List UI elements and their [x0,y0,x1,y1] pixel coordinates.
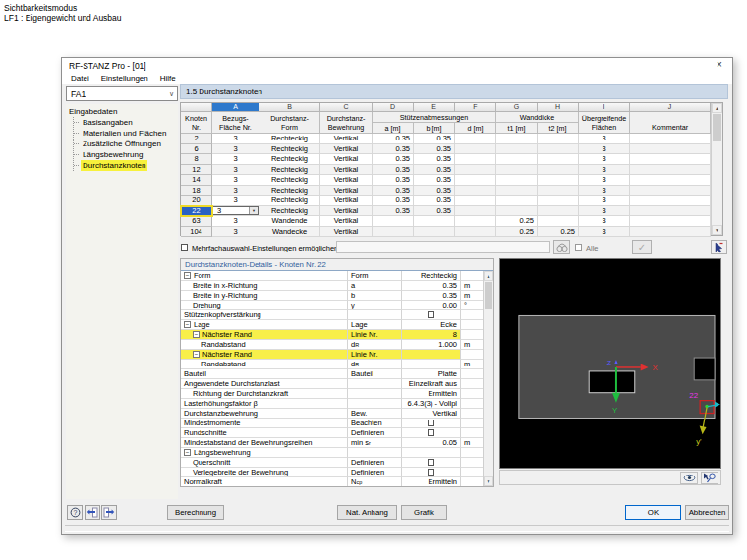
cell-uebergreifende[interactable]: 3 [579,206,630,217]
cell-b[interactable]: 0.35 [414,206,455,217]
checkbox[interactable] [428,429,434,436]
cell-t2[interactable] [538,186,579,196]
details-value[interactable] [402,468,461,477]
row-number-cell[interactable]: 104 [181,227,212,238]
table-scrollbar[interactable]: ▲ ▼ [711,103,722,235]
flaeche-combo[interactable]: 3▼ [212,206,259,216]
cell-form[interactable]: Rechteckig [259,206,320,217]
details-value[interactable]: 0.35 [402,281,461,291]
details-row[interactable]: −Längsbewehrung [181,448,485,458]
case-selector[interactable]: FA1 ∨ [66,86,178,101]
details-row[interactable]: Breite in x-Richtunga0.35m [181,281,485,291]
cell-bewehrung[interactable]: Vertikal [320,134,373,144]
cell-t1[interactable] [496,134,538,144]
cell-d[interactable] [455,206,496,217]
cell-bewehrung[interactable]: Vertikal [320,206,373,217]
cell-d[interactable] [455,134,496,144]
cell-t2[interactable] [538,175,579,186]
details-row[interactable]: Breite in y-Richtungb0.35m [181,291,485,301]
details-row[interactable]: MindestmomenteBeachten [181,419,485,428]
cell-d[interactable] [455,216,496,227]
cell-bezugsflaeche[interactable]: 3 [212,144,259,155]
cell-form[interactable]: Rechteckig [259,175,320,186]
cell-a[interactable]: 0.35 [373,206,414,217]
collapse-icon[interactable]: − [184,449,191,456]
details-scrollbar[interactable]: ▲ ▼ [483,271,493,486]
next-table-button[interactable] [101,505,117,520]
details-value[interactable] [402,310,461,320]
cell-bezugsflaeche[interactable]: 3 [212,175,259,186]
cell-uebergreifende[interactable]: 3 [579,154,630,165]
opening-center[interactable] [589,371,635,393]
cell-t1[interactable] [496,144,538,155]
details-value[interactable] [402,419,461,428]
table-row[interactable]: 203RechteckigVertikal0.350.353 [181,196,711,206]
tree-item-materialien[interactable]: Materialien und Flächen [74,128,178,139]
previous-table-button[interactable] [85,505,100,520]
details-value[interactable]: 8 [402,330,461,340]
cell-bewehrung[interactable]: Vertikal [320,144,373,155]
details-row[interactable]: Drehungγ0.00° [181,301,485,310]
details-value[interactable]: Ermitteln [402,389,461,399]
multiselect-checkbox[interactable] [181,244,188,251]
table-row[interactable]: 83RechteckigVertikal0.350.353 [181,154,711,165]
tree-item-durchstanzknoten[interactable]: Durchstanzknoten [74,160,178,171]
details-value[interactable]: Platte [402,369,461,379]
column-letter-i[interactable]: I [579,103,630,112]
cell-bewehrung[interactable]: Vertikal [320,196,373,206]
title-bar[interactable]: RF-STANZ Pro - [01] × [62,58,732,73]
cell-t1[interactable] [496,206,538,217]
zoom-select-button[interactable] [701,472,718,484]
cell-bewehrung[interactable]: Vertikal [320,216,373,227]
details-value[interactable] [402,428,461,438]
cell-bezugsflaeche[interactable]: 3 [212,216,259,227]
details-row[interactable]: NormalkraftNcpErmitteln [181,477,485,486]
row-number-cell[interactable]: 22 [181,206,212,217]
cell-bewehrung[interactable]: Vertikal [320,186,373,196]
chevron-down-icon[interactable]: ▼ [249,207,258,215]
row-number-cell[interactable]: 6 [181,144,212,155]
scroll-down-icon[interactable]: ▼ [712,225,722,235]
details-value[interactable]: Einzelkraft aus [402,379,461,389]
tree-item-laengsbewehrung[interactable]: Längsbewehrung [74,149,178,160]
row-number-cell[interactable]: 12 [181,165,212,176]
cell-bewehrung[interactable]: Vertikal [320,227,373,238]
cell-t1[interactable] [496,154,538,165]
checkbox[interactable] [428,311,434,318]
table-row[interactable]: 123RechteckigVertikal0.350.353 [181,165,711,176]
cell-t2[interactable] [538,154,579,165]
cell-bezugsflaeche[interactable]: 3 [212,165,259,176]
checkbox[interactable] [428,420,434,426]
scroll-up-icon[interactable]: ▲ [484,271,493,281]
nat-anhang-button[interactable]: Nat. Anhang [337,505,397,520]
column-letter-b[interactable]: B [259,103,320,112]
graphic-viewport[interactable]: Z X Y 22 y' [499,258,721,469]
details-row[interactable]: −LageLageEcke [181,320,485,330]
row-number-cell[interactable]: 18 [181,186,212,196]
cell-t1[interactable] [496,175,538,186]
details-value[interactable]: 0.05 [402,438,461,448]
cell-bezugsflaeche[interactable]: 3 [212,134,259,144]
details-value[interactable]: Vertikal [402,409,461,419]
cell-bewehrung[interactable]: Vertikal [320,165,373,176]
details-row[interactable]: Angewendete DurchstanzlastEinzelkraft au… [181,379,485,389]
cell-kommentar[interactable] [630,227,711,238]
details-row[interactable]: Mindestabstand der Bewehrungsreihenmin s… [181,438,485,448]
cell-form[interactable]: Wandecke [259,227,320,238]
row-number-cell[interactable]: 8 [181,154,212,165]
details-value[interactable] [402,350,461,360]
cell-kommentar[interactable] [630,206,711,217]
cell-b[interactable]: 0.35 [414,196,455,206]
details-row[interactable]: QuerschnittDefinieren [181,458,485,468]
details-row[interactable]: −Nächster RandLinie Nr.8 [181,330,485,340]
cell-uebergreifende[interactable]: 3 [579,175,630,186]
cell-a[interactable]: 0.35 [373,134,414,144]
cell-t2[interactable] [538,206,579,217]
column-letter-j[interactable]: J [630,103,711,112]
cell-uebergreifende[interactable]: 3 [579,134,630,144]
cell-kommentar[interactable] [630,134,711,144]
scroll-thumb[interactable] [713,114,721,141]
scroll-up-icon[interactable]: ▲ [712,103,722,113]
cell-bezugsflaeche[interactable]: 3 [212,186,259,196]
collapse-icon[interactable]: − [193,331,200,338]
